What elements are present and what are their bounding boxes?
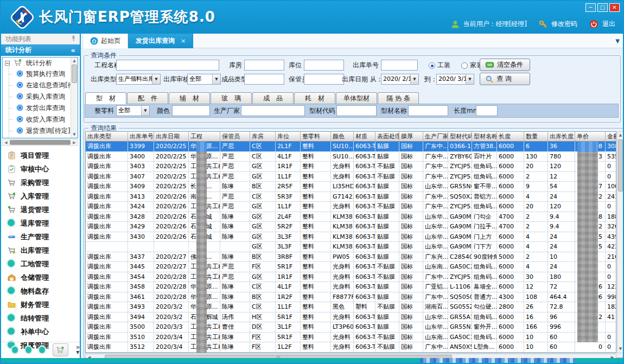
table-row[interactable]: 调拨出库34942020/3/2石辉城汤伟H区5R1F整料光身料6063-T5贴… — [86, 312, 616, 323]
material-tab[interactable]: 隔 热 条 — [378, 92, 419, 104]
column-header[interactable]: 出库类型 — [86, 132, 128, 141]
tab-overflow-icon[interactable]: ▼ — [615, 38, 620, 44]
sidebar-module-生产管理[interactable]: 生产管理 — [1, 230, 80, 244]
column-header[interactable]: 工程 — [189, 132, 220, 141]
radio-icon[interactable] — [461, 62, 468, 69]
length-input[interactable] — [476, 105, 498, 116]
more-modules-button[interactable]: »▾ — [76, 345, 80, 355]
product-type-input[interactable] — [244, 74, 284, 85]
table-row[interactable]: G区3L3F整料KLM38176063-T5贴膜国标山东华...GA90M09.… — [86, 242, 616, 252]
manufacturer-input[interactable] — [241, 105, 305, 116]
material-tab[interactable]: 成 品 — [252, 92, 294, 104]
column-header[interactable]: 出库单号 — [128, 132, 154, 141]
date-from-picker[interactable]: 2020/ 2/16▼ — [381, 74, 419, 85]
tree-root-statistics[interactable]: 统计分析 — [3, 58, 78, 68]
table-row[interactable]: 调拨出库35122020/3/4工共工程陈琳F区1L2F整料光身料6063-T5… — [86, 342, 616, 353]
column-header[interactable]: 长度 — [497, 132, 524, 141]
column-header[interactable]: 库房 — [250, 132, 276, 141]
outbound-type-select[interactable]: 生产领料出库▼ — [116, 74, 161, 85]
sidebar-module-物料盘存[interactable]: 物料盘存 — [1, 284, 80, 298]
column-header[interactable]: 生产厂家 — [423, 132, 448, 141]
module-dot-button[interactable] — [12, 347, 18, 353]
change-password-link[interactable]: 修改密码 — [551, 20, 577, 29]
collapse-icon[interactable]: « — [71, 44, 75, 56]
table-row[interactable]: 调拨出库34132020/2/26南...严思C区5R3F整料G71422606… — [86, 192, 616, 202]
sidebar-module-退货管理[interactable]: 退货管理 — [1, 203, 80, 216]
sidebar-module-项目管理[interactable]: 项目管理 — [1, 149, 80, 162]
close-button[interactable]: ✕ — [609, 3, 620, 12]
module-dot-button[interactable] — [39, 347, 45, 353]
warehouse-input[interactable] — [244, 60, 284, 71]
column-header[interactable]: 表面处理 — [375, 132, 399, 141]
radio-gongzhuang[interactable]: 工装 — [429, 60, 450, 71]
pin-icon[interactable] — [71, 35, 77, 42]
table-row[interactable]: 调拨出库34292020/2/26石城陈琳G区5R2F整料KLM38176063… — [86, 222, 616, 232]
column-header[interactable]: 金额 — [606, 132, 616, 141]
cart-shortcut-button[interactable] — [53, 343, 68, 356]
statistics-group-header[interactable]: 统计分析 « — [1, 44, 80, 56]
maximize-button[interactable]: □ — [597, 3, 608, 12]
tab-shipping-outbound-query[interactable]: 发货出库查询 × — [128, 34, 193, 48]
column-header[interactable]: 库位 — [276, 132, 301, 141]
column-header[interactable]: 颜色 — [331, 132, 354, 141]
radio-selected-icon[interactable] — [429, 62, 435, 69]
sidebar-module-退库管理[interactable]: 退库管理 — [1, 216, 80, 230]
part-select[interactable]: 全部▼ — [116, 105, 150, 116]
table-row[interactable]: 调拨出库34002020/2/25华原...严思C区4L1F整料SU10...6… — [86, 152, 616, 162]
table-row[interactable]: 调拨出库34302020/2/26石城陈琳G区3L3F整料KLM38176063… — [86, 232, 616, 242]
project-name-input[interactable] — [116, 60, 219, 71]
column-header[interactable]: 型材代码 — [448, 132, 472, 141]
sidebar-module-出库管理[interactable]: 出库管理 — [1, 244, 80, 257]
material-tab[interactable]: 型 材 — [85, 92, 126, 104]
scrollbar-thumb[interactable] — [618, 139, 623, 191]
column-header[interactable]: 保管员 — [220, 132, 250, 141]
scroll-left-icon[interactable]: ◀ — [3, 141, 9, 145]
table-row[interactable]: 调拨出库34372020/2/27佛...陈琳B区3R8F整料PW056063-… — [86, 252, 616, 263]
location-input[interactable] — [304, 60, 344, 71]
logout-link[interactable]: 退出 — [602, 20, 615, 29]
order-no-input[interactable] — [381, 60, 418, 71]
color-input[interactable] — [172, 105, 210, 116]
column-header[interactable]: 整零料 — [301, 132, 331, 141]
scroll-down-icon[interactable]: ▼ — [71, 131, 78, 138]
material-tab[interactable]: 配 件 — [127, 92, 168, 104]
table-row[interactable]: 调拨出库34072020/2/25工共工程严思G区1L1F整料光身料6063-T… — [86, 172, 616, 182]
material-tab[interactable]: 耗 材 — [294, 92, 335, 104]
table-row[interactable]: 调拨出库33992020/2/25华原...严思C区2L1F整料SU10...6… — [86, 142, 616, 152]
outbound-audit-select[interactable]: 全部▼ — [187, 74, 221, 85]
table-row[interactable]: 调拨出库34452020/2/27工共工程严思F区5R1F整料光身料6063-T… — [86, 262, 616, 272]
sidebar-module-财务管理[interactable]: 财务管理 — [1, 298, 80, 311]
column-header[interactable]: 数量 — [524, 132, 548, 141]
column-header[interactable]: 型材名称 — [472, 132, 497, 141]
table-row[interactable]: 调拨出库34092020/2/25长...陈琳B区2R5F整料LI35HD606… — [86, 182, 616, 192]
table-row[interactable]: 调拨出库34542020/2/28工共工程严思G区1R1F整料光身料6063-T… — [86, 272, 616, 283]
minimize-button[interactable]: ─ — [585, 3, 596, 12]
scroll-down-icon[interactable]: ▼ — [617, 346, 623, 353]
tree-vertical-scrollbar[interactable]: ▲ ▼ — [71, 58, 78, 138]
scrollbar-thumb[interactable] — [10, 140, 71, 145]
column-header[interactable]: 出库日期 — [154, 132, 189, 141]
tree-item[interactable]: 退库管理[待定] — [3, 137, 78, 138]
tree-item[interactable]: 采购入库查询 — [3, 91, 78, 103]
sidebar-module-入库管理[interactable]: 入库管理 — [1, 189, 80, 203]
material-tab[interactable]: 单体型材 — [336, 92, 377, 104]
sidebar-module-结转管理[interactable]: 结转管理 — [1, 311, 80, 325]
tree-item[interactable]: 在途信息查询[待 — [3, 80, 78, 91]
tab-home[interactable]: 起始页 — [82, 34, 128, 48]
column-header[interactable]: 出库长度 — [548, 132, 575, 141]
column-header[interactable]: 膜厚 — [399, 132, 423, 141]
sidebar-module-审核中心[interactable]: 审核中心 — [1, 162, 80, 176]
tree-item[interactable]: 收货入库查询 — [3, 114, 78, 125]
scroll-right-icon[interactable]: ▶ — [71, 141, 78, 145]
scroll-up-icon[interactable]: ▲ — [71, 58, 78, 64]
column-header[interactable]: 材质 — [354, 132, 375, 141]
module-dot-button[interactable] — [26, 347, 31, 353]
search-button[interactable]: 查 询 — [480, 73, 530, 85]
tree-item[interactable]: 退货查询[待定] — [3, 125, 78, 137]
tree-item[interactable]: 发货出库查询 — [3, 103, 78, 114]
table-row[interactable]: 调拨出库34032020/2/25工共工程严思G区1R1F整料光身料6063-T… — [86, 162, 616, 172]
table-row[interactable]: 调拨出库34932020/3/2华原...陈琳C区1L1F整料黑色塑料不贴膜国标… — [86, 302, 616, 312]
table-row[interactable]: 调拨出库34282020/2/26石城陈琳G区2L4F整料KLM38176063… — [86, 212, 616, 222]
grid-vertical-scrollbar[interactable]: ▲ ▼ — [617, 131, 623, 353]
material-tab[interactable]: 辅 材 — [169, 92, 210, 104]
